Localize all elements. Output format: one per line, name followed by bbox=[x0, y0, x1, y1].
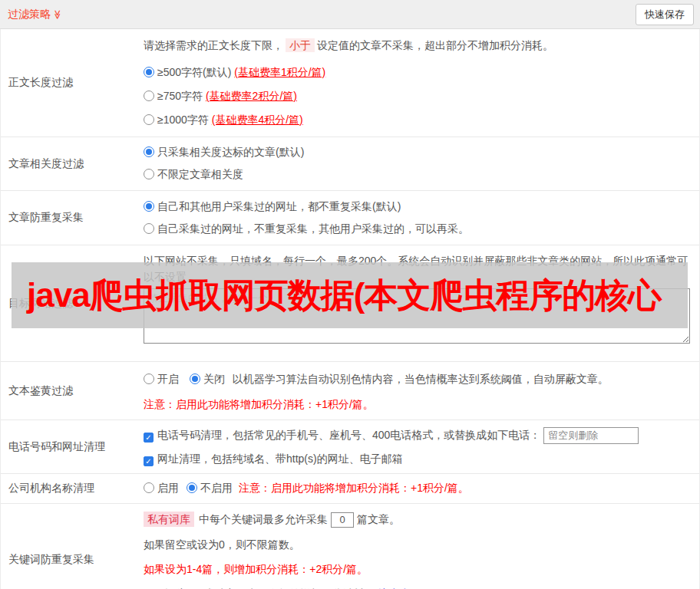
checkbox-phone-clean[interactable]: ✓ bbox=[144, 433, 154, 443]
replacement-phone-input[interactable] bbox=[543, 427, 639, 444]
row-label-porn-filter: 文本鉴黄过滤 bbox=[1, 362, 136, 420]
intro-highlight-lessthan: 小于 bbox=[286, 38, 315, 52]
company-option-on-label: 启用 bbox=[157, 482, 179, 494]
dedup-option-self-label: 自己采集过的网址，不重复采集，其他用户采集过的，可以再采。 bbox=[157, 222, 469, 235]
company-option-off-label: 不启用 bbox=[200, 482, 233, 494]
length-option-500-label: ≥500字符(默认) bbox=[157, 66, 231, 78]
section-title-text: 过滤策略 bbox=[8, 8, 51, 21]
keyword-note-unlimited: 如果留空或设为0，则不限篇数。 bbox=[144, 537, 693, 552]
company-option-on[interactable]: 启用 bbox=[144, 482, 179, 495]
row-porn-filter: 文本鉴黄过滤 开启 关闭 以机器学习算法自动识别色情内容，当色情概率达到系统阈值… bbox=[1, 362, 699, 420]
row-content: 私有词库中每个关键词最多允许采集篇文章。 如果留空或设为0，则不限篇数。 如果设… bbox=[136, 504, 699, 589]
keyword-note-five-plus: 如果设为5篇或以上，也不会额外增加积分消耗。 注意事项≫ bbox=[144, 586, 693, 589]
row-phone-url-clean: 电话号码和网址清理 ✓电话号码清理，包括常见的手机号、座机号、400电话格式，或… bbox=[1, 420, 699, 474]
url-clean-option: ✓网址清理，包括纯域名、带http(s)的网址、电子邮箱 bbox=[144, 449, 693, 469]
row-label-phone-url-clean: 电话号码和网址清理 bbox=[1, 420, 136, 473]
relevance-option-any[interactable]: 不限定文章相关度 bbox=[144, 163, 693, 186]
row-relevance-filter: 文章相关度过滤 只采集相关度达标的文章(默认) 不限定文章相关度 bbox=[1, 137, 699, 191]
keyword-limit-input[interactable] bbox=[331, 512, 354, 528]
company-clean-cost-note: 注意：启用此功能将增加积分消耗：+1积分/篇。 bbox=[239, 482, 469, 495]
phone-clean-option: ✓电话号码清理，包括常见的手机号、座机号、400电话格式，或替换成如下电话： bbox=[144, 425, 693, 445]
chevron-double-down-icon: ≫ bbox=[52, 9, 63, 19]
dedup-option-self[interactable]: 自己采集过的网址，不重复采集，其他用户采集过的，可以再采。 bbox=[144, 218, 693, 240]
relevance-option-any-label: 不限定文章相关度 bbox=[157, 168, 243, 180]
phone-clean-label: 电话号码清理，包括常见的手机号、座机号、400电话格式，或替换成如下电话： bbox=[157, 429, 540, 441]
header-bar: 过滤策略 ≫ 快速保存 bbox=[0, 0, 700, 29]
length-option-1000-label: ≥1000字符 bbox=[157, 114, 209, 126]
keyword-limit-text-pre: 中每个关键词最多允许采集 bbox=[199, 513, 328, 525]
radio-company-off[interactable] bbox=[187, 482, 197, 493]
intro-text-pre: 请选择需求的正文长度下限， bbox=[144, 39, 283, 51]
keyword-limit-line: 私有词库中每个关键词最多允许采集篇文章。 bbox=[144, 512, 693, 528]
radio-relevance-strict[interactable] bbox=[144, 146, 154, 157]
porn-option-on[interactable]: 开启 bbox=[144, 373, 179, 385]
watermark-banner-text: java爬虫抓取网页数据(本文爬虫程序的核心 bbox=[12, 262, 661, 328]
porn-filter-cost-note: 注意：启用此功能将增加积分消耗：+1积分/篇。 bbox=[144, 397, 693, 412]
row-content-length-filter: 正文长度过滤 请选择需求的正文长度下限，小于设定值的文章不采集，超出部分不增加积… bbox=[1, 29, 699, 137]
checkbox-url-clean[interactable]: ✓ bbox=[144, 456, 154, 466]
row-company-clean: 公司机构名称清理 启用 不启用 注意：启用此功能将增加积分消耗：+1积分/篇。 bbox=[1, 474, 699, 504]
row-content: 启用 不启用 注意：启用此功能将增加积分消耗：+1积分/篇。 bbox=[136, 474, 699, 503]
length-option-500-rate-note: (基础费率1积分/篇) bbox=[234, 66, 325, 78]
radio-company-on[interactable] bbox=[144, 482, 154, 493]
porn-option-off-label: 关闭 bbox=[203, 373, 225, 385]
section-title-filter-strategy[interactable]: 过滤策略 ≫ bbox=[8, 8, 63, 21]
keyword-note-cost: 如果设为1-4篇，则增加积分消耗：+2积分/篇。 bbox=[144, 561, 693, 577]
porn-option-off[interactable]: 关闭 bbox=[190, 373, 225, 385]
radio-porn-on[interactable] bbox=[144, 373, 154, 384]
relevance-option-strict-label: 只采集相关度达标的文章(默认) bbox=[157, 146, 304, 158]
row-content: 开启 关闭 以机器学习算法自动识别色情内容，当色情概率达到系统阈值，自动屏蔽文章… bbox=[136, 362, 699, 420]
length-option-750-label: ≥750字符 bbox=[157, 90, 203, 102]
row-content: 自己和其他用户采集过的网址，都不重复采集(默认) 自己采集过的网址，不重复采集，… bbox=[136, 191, 699, 245]
radio-dedup-self[interactable] bbox=[144, 223, 154, 234]
row-label-relevance: 文章相关度过滤 bbox=[1, 137, 136, 190]
porn-filter-desc: 以机器学习算法自动识别色情内容，当色情概率达到系统阈值，自动屏蔽文章。 bbox=[233, 373, 609, 385]
row-article-dedup: 文章防重复采集 自己和其他用户采集过的网址，都不重复采集(默认) 自己采集过的网… bbox=[1, 191, 699, 245]
length-option-1000[interactable]: ≥1000字符 (基础费率4积分/篇) bbox=[144, 108, 693, 132]
radio-1000-chars[interactable] bbox=[144, 114, 154, 125]
watermark-banner-overlay: java爬虫抓取网页数据(本文爬虫程序的核心 bbox=[12, 262, 688, 328]
radio-relevance-any[interactable] bbox=[144, 169, 154, 179]
quick-save-button[interactable]: 快速保存 bbox=[636, 4, 694, 25]
length-option-750-rate-note: (基础费率2积分/篇) bbox=[206, 90, 297, 102]
row-label-content-length: 正文长度过滤 bbox=[1, 29, 136, 137]
filter-strategy-page: 过滤策略 ≫ 快速保存 正文长度过滤 请选择需求的正文长度下限，小于设定值的文章… bbox=[0, 0, 700, 589]
row-content: 只采集相关度达标的文章(默认) 不限定文章相关度 bbox=[136, 137, 699, 190]
relevance-option-strict[interactable]: 只采集相关度达标的文章(默认) bbox=[144, 141, 693, 163]
url-clean-label: 网址清理，包括纯域名、带http(s)的网址、电子邮箱 bbox=[157, 452, 403, 465]
length-option-500[interactable]: ≥500字符(默认) (基础费率1积分/篇) bbox=[144, 61, 693, 84]
row-label-keyword-dedup: 关键词防重复采集 bbox=[1, 504, 136, 589]
radio-750-chars[interactable] bbox=[144, 90, 154, 101]
length-option-750[interactable]: ≥750字符 (基础费率2积分/篇) bbox=[144, 84, 693, 108]
intro-text-post: 设定值的文章不采集，超出部分不增加积分消耗。 bbox=[317, 39, 553, 51]
radio-dedup-global[interactable] bbox=[144, 201, 154, 212]
length-option-1000-rate-note: (基础费率4积分/篇) bbox=[212, 114, 303, 126]
row-label-company-clean: 公司机构名称清理 bbox=[1, 474, 136, 503]
row-keyword-dedup: 关键词防重复采集 私有词库中每个关键词最多允许采集篇文章。 如果留空或设为0，则… bbox=[1, 504, 699, 589]
row-content: ✓电话号码清理，包括常见的手机号、座机号、400电话格式，或替换成如下电话： ✓… bbox=[136, 420, 699, 473]
porn-filter-options: 开启 关闭 以机器学习算法自动识别色情内容，当色情概率达到系统阈值，自动屏蔽文章… bbox=[144, 371, 693, 387]
radio-500-chars[interactable] bbox=[144, 67, 154, 77]
radio-porn-off[interactable] bbox=[190, 373, 200, 384]
row-label-article-dedup: 文章防重复采集 bbox=[1, 191, 136, 245]
dedup-option-global[interactable]: 自己和其他用户采集过的网址，都不重复采集(默认) bbox=[144, 196, 693, 218]
length-filter-intro: 请选择需求的正文长度下限，小于设定值的文章不采集，超出部分不增加积分消耗。 bbox=[144, 38, 693, 54]
row-content: 请选择需求的正文长度下限，小于设定值的文章不采集，超出部分不增加积分消耗。 ≥5… bbox=[136, 29, 699, 137]
private-lexicon-badge[interactable]: 私有词库 bbox=[144, 512, 194, 527]
porn-option-on-label: 开启 bbox=[157, 373, 179, 385]
dedup-option-global-label: 自己和其他用户采集过的网址，都不重复采集(默认) bbox=[157, 200, 401, 212]
company-option-off[interactable]: 不启用 bbox=[187, 482, 233, 495]
keyword-limit-text-post: 篇文章。 bbox=[357, 513, 400, 525]
